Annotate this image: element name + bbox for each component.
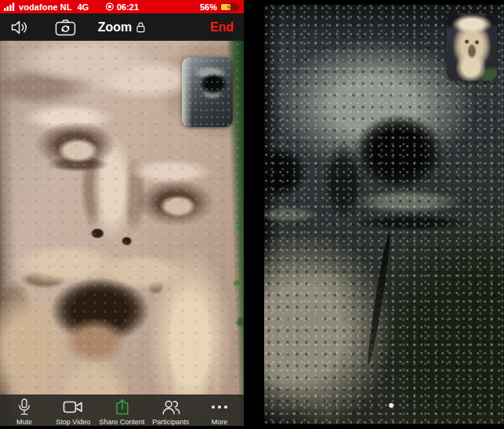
participants-button[interactable]: Participants (147, 394, 195, 426)
more-button[interactable]: More (195, 394, 244, 426)
phone-bottom-bezel (0, 426, 244, 429)
screenshot-root: vodafone NL 4G 06:21 56% (0, 0, 504, 429)
end-call-label: End (210, 20, 234, 35)
status-bar: vodafone NL 4G 06:21 56% (0, 0, 244, 13)
screen-record-icon (105, 2, 114, 11)
mute-label: Mute (16, 418, 32, 426)
battery-charging-icon (220, 3, 237, 11)
stop-video-label: Stop Video (56, 418, 90, 426)
mute-button[interactable]: Mute (0, 394, 49, 426)
microphone-icon (16, 398, 32, 416)
status-right: 56% (200, 2, 237, 12)
stop-video-button[interactable]: Stop Video (49, 394, 97, 426)
call-header: Zoom End (0, 13, 244, 41)
charging-bolt-icon (226, 4, 232, 10)
recording-time-indicator[interactable]: 06:21 (105, 2, 139, 12)
participants-label: Participants (152, 418, 189, 426)
share-content-icon (114, 398, 131, 416)
self-view-thumbnail[interactable] (182, 57, 233, 127)
right-bottom-letterbox (264, 424, 504, 429)
call-toolbar: Mute Stop Video Share Content (0, 394, 244, 426)
share-content-button[interactable]: Share Content (97, 394, 146, 426)
participants-icon (161, 398, 181, 416)
carrier-label: vodafone NL (19, 2, 72, 12)
phone-zoom-call: vodafone NL 4G 06:21 56% (0, 0, 244, 429)
more-label: More (212, 418, 228, 426)
meeting-title-label: Zoom (98, 20, 132, 35)
second-view-self-thumbnail[interactable] (447, 13, 497, 81)
signal-bars-icon (4, 2, 16, 11)
clock-label: 06:21 (117, 2, 139, 12)
lock-icon (136, 21, 146, 33)
status-left: vodafone NL 4G (0, 2, 89, 12)
battery-percent-label: 56% (200, 2, 217, 12)
end-call-button[interactable]: End (205, 13, 239, 41)
network-type-label: 4G (78, 2, 89, 12)
stone-crack-shadow (365, 232, 393, 365)
video-camera-icon (63, 398, 83, 416)
share-content-label: Share Content (99, 418, 144, 426)
more-ellipsis-icon (210, 398, 229, 416)
